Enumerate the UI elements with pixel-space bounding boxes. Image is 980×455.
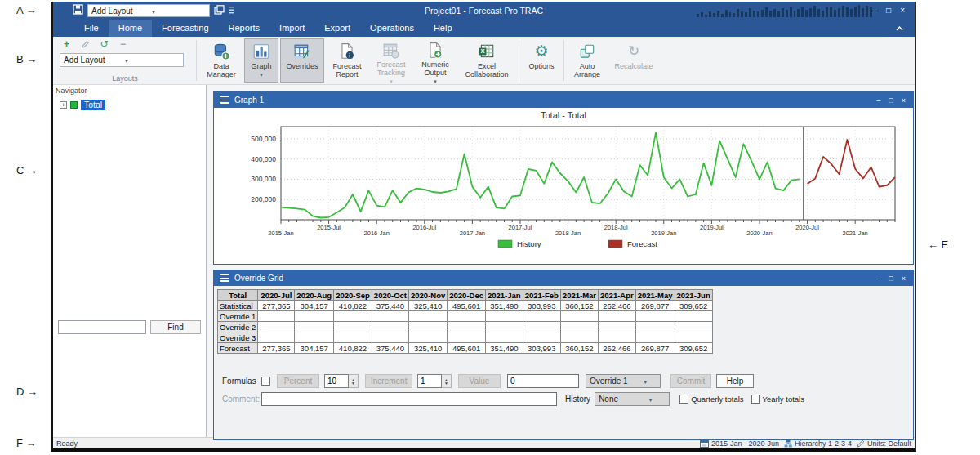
- status-date-range[interactable]: 2015-Jan - 2020-Jun: [700, 439, 779, 448]
- overrides-button[interactable]: Overrides: [280, 38, 324, 83]
- grid-cell[interactable]: 325,410: [409, 343, 448, 354]
- tab-export[interactable]: Export: [314, 20, 360, 37]
- grid-cell[interactable]: [258, 332, 295, 343]
- collapse-ribbon-icon[interactable]: [896, 20, 903, 37]
- numeric-output-button[interactable]: Numeric Output: [414, 38, 457, 83]
- grid-cell[interactable]: 375,440: [372, 343, 408, 354]
- grid-cell[interactable]: [635, 311, 675, 322]
- minimize-button[interactable]: –: [876, 96, 880, 105]
- grid-cell[interactable]: [485, 332, 523, 343]
- override-select[interactable]: Override 1: [586, 374, 661, 388]
- layout-quick-combo[interactable]: Add Layout: [87, 4, 210, 17]
- grid-cell[interactable]: 410,822: [334, 343, 372, 354]
- help-button[interactable]: Help: [716, 374, 754, 388]
- comment-input[interactable]: [261, 392, 557, 406]
- grid-cell[interactable]: [635, 322, 675, 332]
- layout-combo[interactable]: Add Layout: [60, 53, 184, 67]
- maximize-button[interactable]: □: [886, 3, 891, 18]
- grid-cell[interactable]: [334, 322, 372, 332]
- value-input[interactable]: [507, 374, 579, 388]
- grid-cell[interactable]: 304,157: [295, 343, 334, 354]
- grid-cell[interactable]: [409, 332, 448, 343]
- pencil-icon[interactable]: [80, 40, 91, 51]
- grid-cell[interactable]: 269,877: [635, 301, 675, 311]
- grid-cell[interactable]: [635, 332, 675, 343]
- tree-item-total[interactable]: Total: [53, 95, 206, 110]
- grid-cell[interactable]: 303,993: [523, 301, 560, 311]
- grid-cell[interactable]: 495,601: [448, 301, 486, 311]
- increment-input[interactable]: [417, 374, 442, 388]
- grid-cell[interactable]: [409, 322, 448, 332]
- grid-cell[interactable]: 351,490: [485, 301, 523, 311]
- grid-cell[interactable]: [675, 332, 712, 343]
- grid-cell[interactable]: 410,822: [334, 301, 372, 311]
- quarterly-totals-checkbox[interactable]: [679, 395, 688, 404]
- grid-cell[interactable]: [523, 311, 560, 322]
- grid-cell[interactable]: [560, 332, 598, 343]
- status-hierarchy[interactable]: Hierarchy 1-2-3-4: [784, 439, 852, 448]
- grid-cell[interactable]: 304,157: [295, 301, 334, 311]
- paste-layout-icon[interactable]: [214, 3, 225, 18]
- grid-cell[interactable]: 351,490: [485, 343, 523, 354]
- tab-forecasting[interactable]: Forecasting: [152, 20, 218, 37]
- grid-cell[interactable]: [372, 311, 408, 322]
- minimize-button[interactable]: –: [873, 3, 878, 18]
- grid-cell[interactable]: 309,652: [675, 301, 712, 311]
- grid-cell[interactable]: [675, 311, 712, 322]
- minus-icon[interactable]: −: [118, 40, 128, 51]
- grid-cell[interactable]: 495,601: [448, 343, 486, 354]
- grid-cell[interactable]: 375,440: [372, 301, 408, 311]
- undo-icon[interactable]: ↺: [99, 40, 109, 51]
- grid-cell[interactable]: 277,365: [258, 301, 295, 311]
- grid-cell[interactable]: [560, 322, 598, 332]
- grid-cell[interactable]: [599, 322, 636, 332]
- maximize-button[interactable]: □: [889, 96, 893, 105]
- grid-cell[interactable]: [334, 332, 372, 343]
- find-input[interactable]: [58, 320, 146, 334]
- grid-cell[interactable]: 309,652: [675, 343, 712, 354]
- data-manager-button[interactable]: Data Manager: [200, 38, 243, 83]
- grid-cell[interactable]: 360,152: [560, 301, 598, 311]
- tab-file[interactable]: File: [74, 20, 109, 37]
- grid-cell[interactable]: [448, 332, 486, 343]
- window-menu-icon[interactable]: [220, 274, 229, 282]
- excel-collaboration-button[interactable]: X Excel Collaboration: [458, 38, 515, 83]
- status-units[interactable]: Units: Default: [857, 439, 911, 448]
- grid-cell[interactable]: [560, 311, 598, 322]
- tab-operations[interactable]: Operations: [360, 20, 424, 37]
- grid-cell[interactable]: [372, 332, 408, 343]
- grid-cell[interactable]: [258, 311, 295, 322]
- grid-cell[interactable]: [295, 311, 334, 322]
- save-icon[interactable]: [73, 3, 83, 18]
- grid-cell[interactable]: 325,410: [409, 301, 448, 311]
- grid-cell[interactable]: [409, 311, 448, 322]
- options-button[interactable]: ⚙ Options: [523, 38, 560, 83]
- minimize-button[interactable]: –: [876, 274, 880, 283]
- tree-item-label[interactable]: Total: [81, 100, 105, 110]
- grid-cell[interactable]: [295, 322, 334, 332]
- tab-help[interactable]: Help: [424, 20, 462, 37]
- grid-cell[interactable]: 262,466: [599, 301, 636, 311]
- spinner-arrows[interactable]: ▲▼: [442, 374, 452, 388]
- close-button[interactable]: ×: [902, 274, 906, 283]
- maximize-button[interactable]: □: [889, 274, 893, 283]
- graph-button[interactable]: Graph: [244, 38, 278, 83]
- grid-cell[interactable]: [448, 322, 486, 332]
- grid-cell[interactable]: [675, 322, 712, 332]
- more-icon[interactable]: [229, 3, 234, 18]
- spinner-arrows[interactable]: ▲▼: [349, 374, 359, 388]
- grid-cell[interactable]: [258, 322, 295, 332]
- auto-arrange-button[interactable]: Auto Arrange: [568, 38, 607, 83]
- close-button[interactable]: ×: [900, 3, 905, 18]
- grid-cell[interactable]: 269,877: [635, 343, 675, 354]
- grid-cell[interactable]: [599, 311, 636, 322]
- grid-cell[interactable]: 262,466: [599, 343, 636, 354]
- history-select[interactable]: None: [595, 392, 670, 406]
- grid-cell[interactable]: [485, 311, 523, 322]
- plus-icon[interactable]: +: [61, 40, 72, 51]
- grid-cell[interactable]: [523, 322, 560, 332]
- forecast-report-button[interactable]: Forecast Report: [326, 38, 368, 83]
- yearly-totals-checkbox[interactable]: [751, 395, 760, 404]
- formulas-checkbox[interactable]: [261, 377, 270, 386]
- grid-cell[interactable]: [599, 332, 636, 343]
